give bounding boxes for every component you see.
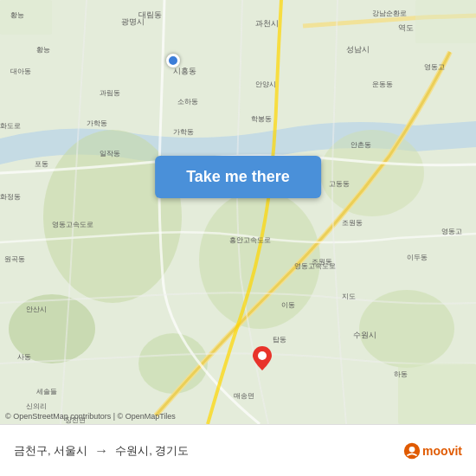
svg-text:흥안고속도로: 흥안고속도로 [229,236,271,244]
svg-text:시흥동: 시흥동 [173,67,196,75]
svg-text:화정동: 화정동 [0,193,21,201]
svg-text:지도: 지도 [342,293,356,300]
svg-text:조원동: 조원동 [342,219,363,227]
svg-text:운동동: 운동동 [372,80,393,88]
route-arrow-icon: → [94,443,108,459]
svg-text:탑동: 탑동 [273,336,286,344]
destination-pin [253,346,272,370]
map-background: 광명시 강남순환로 역도 황능 황능 대아동 화도로 포동 화정동 영동고속도로… [0,0,476,424]
svg-text:대림동: 대림동 [138,10,162,19]
svg-point-57 [409,447,415,453]
svg-text:성남시: 성남시 [346,45,370,54]
svg-text:안촌동: 안촌동 [351,141,371,149]
bottom-bar: 금천구, 서울시 → 수원시, 경기도 moovit [0,424,476,476]
moovit-logo-text: moovit [422,444,462,458]
svg-text:강남순환로: 강남순환로 [372,10,407,17]
svg-text:이두동: 이두동 [407,254,428,261]
svg-text:역도: 역도 [398,23,414,32]
svg-text:일작동: 일작동 [100,150,120,158]
map-attribution: © OpenStreetMap contributors | © OpenMap… [5,412,176,421]
svg-text:영동고: 영동고 [424,63,445,71]
svg-text:황능: 황능 [36,46,50,54]
svg-text:고동동: 고동동 [329,180,350,188]
svg-text:영동고속도로: 영동고속도로 [52,221,93,228]
svg-text:수원시: 수원시 [353,331,376,339]
svg-text:이동: 이동 [281,301,295,309]
svg-text:원곡동: 원곡동 [4,255,25,263]
svg-text:포동: 포동 [35,160,48,168]
svg-text:하동: 하동 [394,370,408,378]
svg-text:안산시: 안산시 [26,306,47,313]
svg-text:가학동: 가학동 [87,119,107,127]
moovit-logo: moovit [403,442,462,460]
map-view: 광명시 강남순환로 역도 황능 황능 대아동 화도로 포동 화정동 영동고속도로… [0,0,476,424]
svg-text:조원동: 조원동 [312,258,332,266]
svg-text:학봉동: 학봉동 [251,115,272,123]
svg-rect-9 [398,363,476,424]
svg-text:매송면: 매송면 [234,392,254,400]
route-from: 금천구, 서울시 [14,443,87,459]
svg-text:영동고: 영동고 [441,228,462,235]
svg-rect-7 [0,0,52,35]
svg-point-5 [138,333,208,394]
svg-point-55 [258,351,267,360]
svg-text:소하동: 소하동 [177,98,198,106]
origin-pin [166,54,180,68]
svg-text:사동: 사동 [17,353,31,361]
take-me-there-button[interactable]: Take me there [155,156,321,198]
svg-text:신의리: 신의리 [26,402,47,410]
svg-text:가학동: 가학동 [173,128,194,136]
svg-point-3 [320,130,424,216]
svg-text:대아동: 대아동 [10,68,31,75]
route-to: 수원시, 경기도 [115,443,189,459]
svg-text:세솔들: 세솔들 [36,388,57,396]
svg-text:과천시: 과천시 [255,19,279,28]
svg-text:과림동: 과림동 [100,89,120,97]
svg-rect-8 [415,0,476,43]
svg-text:황능: 황능 [10,11,24,19]
svg-text:화도로: 화도로 [0,122,21,130]
moovit-logo-icon [403,442,421,460]
svg-text:안양시: 안양시 [255,80,276,88]
